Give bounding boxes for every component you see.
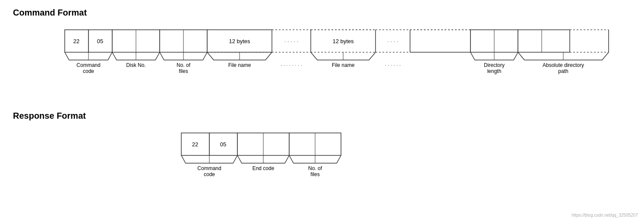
svg-text:No. of: No. of [308, 165, 322, 171]
svg-text:Disk No.: Disk No. [126, 62, 145, 68]
svg-text:· · · · ·: · · · · · [284, 38, 299, 44]
svg-text:· · · ·: · · · · [387, 38, 398, 44]
svg-text:· · · · · ·: · · · · · · [385, 62, 401, 68]
svg-text:End code: End code [253, 165, 275, 171]
command-format-title: Command Format [13, 8, 631, 18]
page-container: Command Format 22 05 [0, 0, 644, 213]
svg-text:Absolute directory: Absolute directory [543, 62, 584, 68]
svg-rect-28 [518, 30, 570, 52]
svg-text:05: 05 [220, 141, 226, 148]
svg-text:No. of: No. of [177, 62, 191, 68]
command-format-diagram: 22 05 12 bytes [13, 25, 631, 107]
svg-text:path: path [558, 68, 568, 74]
svg-text:Command: Command [197, 165, 221, 171]
svg-text:Directory: Directory [484, 62, 505, 68]
response-format-title: Response Format [13, 111, 631, 121]
svg-text:File name: File name [228, 62, 251, 68]
svg-text:files: files [310, 171, 319, 177]
watermark: https://blog.csdn.net/qq_32505207 [572, 213, 638, 218]
svg-text:files: files [179, 68, 188, 74]
svg-text:05: 05 [97, 38, 103, 44]
response-format-section: Response Format 22 05 Command [13, 111, 631, 205]
svg-text:code: code [83, 68, 94, 74]
svg-text:22: 22 [192, 141, 198, 148]
response-format-svg: 22 05 Command code End code [13, 129, 635, 204]
command-format-svg: 22 05 12 bytes [13, 25, 635, 105]
svg-text:12 bytes: 12 bytes [229, 38, 250, 44]
svg-text:22: 22 [73, 38, 79, 44]
svg-text:12 bytes: 12 bytes [332, 38, 354, 44]
svg-text:File name: File name [332, 62, 355, 68]
svg-text:length: length [487, 68, 502, 74]
svg-text:code: code [204, 171, 215, 177]
svg-text:· · · · · · · ·: · · · · · · · · [281, 62, 302, 68]
response-format-diagram: 22 05 Command code End code [13, 129, 631, 205]
svg-text:Command: Command [76, 62, 100, 68]
